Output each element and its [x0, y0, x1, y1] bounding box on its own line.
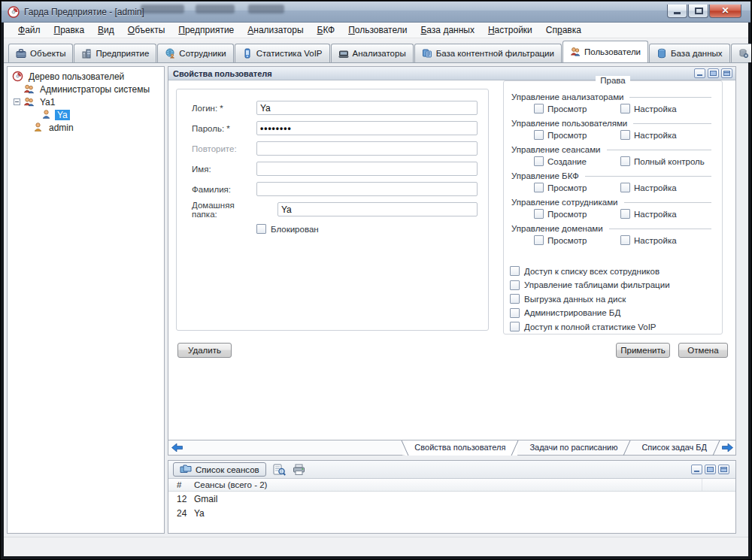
bottomtab-scheduled-tasks[interactable]: Задачи по расписанию	[517, 440, 629, 456]
col-number-header[interactable]: #	[168, 480, 194, 489]
checkbox[interactable]	[534, 209, 544, 219]
option-label: Просмотр	[547, 183, 587, 192]
col-sessions-header[interactable]: Сеансы (всего - 2)	[194, 480, 702, 489]
sessions-list-button[interactable]: Список сеансов	[173, 462, 266, 477]
rights-group: Управление пользователями Просмотр Настр…	[511, 118, 713, 141]
printer-icon[interactable]	[293, 464, 305, 476]
panel-minimize-button[interactable]	[691, 465, 702, 474]
user-icon	[41, 109, 52, 120]
window-close-button[interactable]: ✕	[709, 5, 741, 18]
table-row[interactable]: 24 Ya	[168, 506, 735, 520]
checkbox[interactable]	[620, 104, 630, 114]
preview-icon[interactable]	[273, 464, 286, 476]
tree-item-ya[interactable]: Ya	[9, 108, 162, 121]
checkbox[interactable]	[620, 130, 630, 140]
rights-group: Управление анализаторами Просмотр Настро…	[511, 92, 713, 115]
apply-button[interactable]: Применить	[616, 343, 670, 358]
app-window: Гарда Предприятие - [admin] ✕ Файл Правк…	[0, 0, 752, 560]
tree-item-root[interactable]: Дерево пользователей	[9, 70, 162, 83]
panel-maximize-button[interactable]	[705, 465, 716, 474]
checkbox[interactable]	[620, 209, 630, 219]
option-label: Настройка	[634, 183, 677, 192]
window-controls: ✕	[666, 5, 741, 18]
menu-bkf[interactable]: БКФ	[311, 23, 342, 37]
checkbox[interactable]	[534, 130, 544, 140]
session-name-cell: Ya	[194, 508, 702, 519]
panel-split-button[interactable]	[721, 68, 732, 78]
panel-split-button[interactable]	[718, 465, 729, 474]
checkbox[interactable]	[534, 183, 544, 192]
delete-button[interactable]: Удалить	[177, 343, 232, 358]
tab-objects[interactable]: Объекты	[8, 44, 73, 62]
checkbox[interactable]	[534, 104, 544, 114]
menu-analyzers[interactable]: Анализаторы	[241, 23, 310, 37]
menu-view[interactable]: Вид	[91, 23, 121, 37]
scroll-left-button[interactable]	[168, 442, 185, 453]
tree-item-admin[interactable]: admin	[9, 121, 162, 134]
window-minimize-button[interactable]	[667, 5, 687, 18]
tab-database[interactable]: База данных	[649, 44, 730, 62]
tab-users[interactable]: Пользователи	[562, 41, 648, 62]
login-field[interactable]	[256, 101, 478, 115]
rights-groupbox: Права Управление анализаторами Просмотр …	[503, 80, 723, 334]
flag-label: Выгрузка данных на диск	[524, 295, 626, 304]
tree-item-administrators[interactable]: Администраторы системы	[9, 83, 162, 95]
analyzer-icon	[338, 48, 349, 59]
menu-database[interactable]: База данных	[414, 23, 481, 37]
tab-employees[interactable]: Сотрудники	[157, 44, 233, 62]
last-name-label: Фамилия:	[192, 185, 256, 194]
menu-edit[interactable]: Правка	[47, 23, 92, 37]
left-arrow-icon	[171, 443, 183, 452]
cancel-button[interactable]: Отмена	[678, 343, 728, 358]
close-icon: ✕	[710, 5, 741, 16]
menu-users[interactable]: Пользователи	[341, 23, 414, 37]
menu-settings[interactable]: Настройки	[481, 23, 539, 37]
ghost-artifact	[141, 5, 184, 14]
menu-file[interactable]: Файл	[11, 23, 47, 37]
window-maximize-button[interactable]	[688, 5, 708, 18]
tree-item-ya1[interactable]: Ya1	[9, 95, 162, 108]
user-properties-panel: Свойства пользователя Логин: *	[168, 66, 736, 456]
menu-help[interactable]: Справка	[539, 23, 588, 37]
bottomtab-user-properties[interactable]: Свойства пользователя	[402, 440, 517, 456]
flag-checkbox[interactable]	[510, 308, 520, 318]
group-label: Управление сотрудниками	[511, 198, 618, 207]
home-folder-field[interactable]	[277, 202, 478, 216]
rights-group: Управление доменами Просмотр Настройка	[511, 223, 713, 247]
repeat-password-field[interactable]	[256, 141, 478, 156]
option-label: Полный контроль	[634, 157, 705, 166]
tab-content-filter-db[interactable]: База контентной фильтрации	[414, 44, 562, 62]
table-row[interactable]: 12 Gmail	[168, 492, 735, 506]
flag-checkbox[interactable]	[510, 322, 520, 331]
tab-enterprise[interactable]: Предприятие	[74, 44, 156, 62]
divider	[609, 229, 711, 229]
first-name-field[interactable]	[256, 162, 478, 176]
tab-label: Анализаторы	[353, 49, 406, 58]
users-icon	[570, 47, 581, 57]
checkbox[interactable]	[620, 183, 630, 192]
blocked-checkbox[interactable]	[256, 224, 266, 234]
menu-enterprise[interactable]: Предприятие	[171, 23, 241, 37]
last-name-field[interactable]	[256, 182, 478, 196]
flag-checkbox[interactable]	[510, 280, 520, 290]
flag-label: Администрирование БД	[524, 308, 620, 317]
password-field[interactable]	[256, 121, 478, 135]
flag-checkbox[interactable]	[510, 294, 520, 304]
menu-objects[interactable]: Объекты	[121, 23, 172, 37]
bottom-tabstrip: Свойства пользователя Задачи по расписан…	[168, 440, 735, 455]
tab-analyzers[interactable]: Анализаторы	[331, 44, 414, 62]
checkbox[interactable]	[534, 156, 544, 166]
scroll-right-button[interactable]	[719, 442, 735, 453]
bottomtab-db-tasks[interactable]: Список задач БД	[629, 440, 719, 456]
group-label: Управление анализаторами	[511, 92, 623, 101]
checkbox[interactable]	[620, 156, 630, 166]
flag-checkbox[interactable]	[510, 266, 520, 276]
collapse-icon[interactable]	[14, 98, 20, 105]
checkbox[interactable]	[534, 235, 544, 245]
tab-diagnostics[interactable]: Диагностика	[731, 44, 752, 62]
checkbox[interactable]	[620, 235, 630, 245]
option-label: Настройка	[634, 210, 677, 219]
app-logo-icon	[8, 6, 20, 18]
first-name-label: Имя:	[192, 165, 256, 174]
tab-voip-statistics[interactable]: Статистика VoIP	[235, 44, 330, 62]
